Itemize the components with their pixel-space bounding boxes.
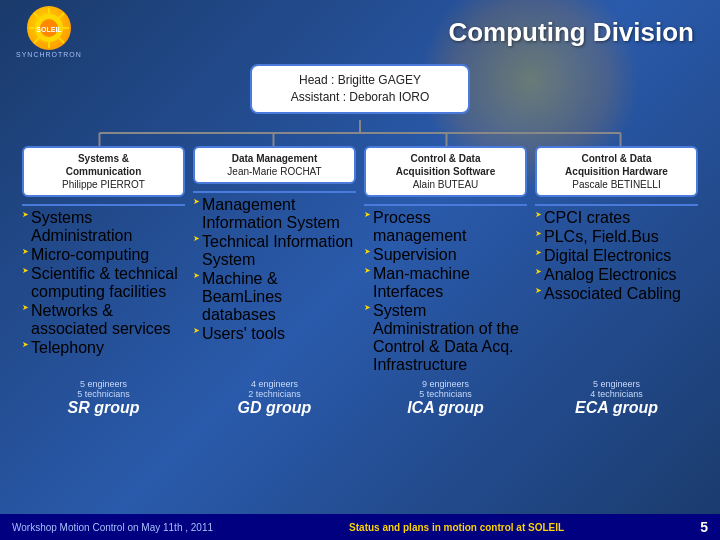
head-line1: Head : Brigitte GAGEY	[299, 73, 421, 87]
dept-cdh-footer: 5 engineers4 technicians ECA group	[535, 375, 698, 417]
dept-cda-header: Control & Data Acquisition Software Alai…	[364, 146, 527, 197]
svg-line-7	[58, 37, 64, 43]
list-item: Analog Electronics	[535, 266, 698, 284]
list-item: Man-machine Interfaces	[364, 265, 527, 301]
logo-sub: SYNCHROTRON	[16, 51, 82, 58]
bottom-bar: Workshop Motion Control on May 11th , 20…	[0, 514, 720, 540]
dept-dm-separator	[193, 191, 356, 193]
dept-sc: Systems & Communication Philippe PIERROT…	[22, 146, 185, 417]
list-item: Scientific & technical computing facilit…	[22, 265, 185, 301]
head-line2: Assistant : Deborah IORO	[291, 90, 430, 104]
logo-svg: SOLEIL	[27, 6, 71, 50]
dept-cdh: Control & Data Acquisition Hardware Pasc…	[535, 146, 698, 417]
dept-cda-items: Process management Supervision Man-machi…	[364, 209, 527, 375]
head-row: Head : Brigitte GAGEY Assistant : Debora…	[12, 64, 708, 146]
list-item: System Administration of the Control & D…	[364, 302, 527, 374]
list-item: PLCs, Field.Bus	[535, 228, 698, 246]
logo-area: SOLEIL SYNCHROTRON	[16, 6, 82, 58]
dept-cdh-header: Control & Data Acquisition Hardware Pasc…	[535, 146, 698, 197]
dept-cda-group: ICA group	[364, 399, 527, 417]
dept-cdh-separator	[535, 204, 698, 206]
list-item: Supervision	[364, 246, 527, 264]
dept-cda: Control & Data Acquisition Software Alai…	[364, 146, 527, 417]
head-box: Head : Brigitte GAGEY Assistant : Debora…	[250, 64, 470, 114]
dept-dm-header: Data Management Jean-Marie ROCHAT	[193, 146, 356, 184]
list-item: Systems Administration	[22, 209, 185, 245]
dept-dm-group: GD group	[193, 399, 356, 417]
bottom-left: Workshop Motion Control on May 11th , 20…	[12, 522, 213, 533]
bottom-center: Status and plans in motion control at SO…	[349, 522, 564, 533]
dept-dm-content: Management Information System Technical …	[193, 196, 356, 417]
departments-row: Systems & Communication Philippe PIERROT…	[12, 146, 708, 417]
list-item: Process management	[364, 209, 527, 245]
dept-cdh-group: ECA group	[535, 399, 698, 417]
dept-cda-content: Process management Supervision Man-machi…	[364, 209, 527, 417]
dept-sc-separator	[22, 204, 185, 206]
bottom-right: 5	[700, 519, 708, 535]
list-item: Technical Information System	[193, 233, 356, 269]
header: SOLEIL SYNCHROTRON Computing Division	[0, 0, 720, 60]
dept-cda-footer: 9 engineers5 technicians ICA group	[364, 375, 527, 417]
page-title: Computing Division	[82, 17, 704, 48]
dept-sc-header: Systems & Communication Philippe PIERROT	[22, 146, 185, 197]
list-item: Users' tools	[193, 325, 356, 343]
dept-sc-content: Systems Administration Micro-computing S…	[22, 209, 185, 417]
list-item: Telephony	[22, 339, 185, 357]
list-item: Machine & BeamLines databases	[193, 270, 356, 324]
dept-sc-group: SR group	[22, 399, 185, 417]
list-item: Micro-computing	[22, 246, 185, 264]
dept-dm-items: Management Information System Technical …	[193, 196, 356, 375]
dept-cda-count: 9 engineers5 technicians	[364, 379, 527, 399]
dept-cdh-count: 5 engineers4 technicians	[535, 379, 698, 399]
svg-line-8	[58, 13, 64, 19]
dept-sc-count: 5 engineers5 technicians	[22, 379, 185, 399]
svg-text:SOLEIL: SOLEIL	[36, 26, 62, 33]
page-content: SOLEIL SYNCHROTRON Computing Division He…	[0, 0, 720, 540]
dept-sc-items: Systems Administration Micro-computing S…	[22, 209, 185, 375]
logo-circle: SOLEIL	[27, 6, 71, 50]
list-item: Associated Cabling	[535, 285, 698, 303]
main-content: Head : Brigitte GAGEY Assistant : Debora…	[0, 60, 720, 514]
dept-dm-footer: 4 engineers2 technicians GD group	[193, 375, 356, 417]
dept-sc-footer: 5 engineers5 technicians SR group	[22, 375, 185, 417]
org-chart: Head : Brigitte GAGEY Assistant : Debora…	[12, 64, 708, 510]
dept-cdh-items: CPCI crates PLCs, Field.Bus Digital Elec…	[535, 209, 698, 375]
dept-dm-count: 4 engineers2 technicians	[193, 379, 356, 399]
list-item: CPCI crates	[535, 209, 698, 227]
list-item: Digital Electronics	[535, 247, 698, 265]
list-item: Networks & associated services	[22, 302, 185, 338]
list-item: Management Information System	[193, 196, 356, 232]
tree-lines-svg	[12, 120, 708, 146]
svg-line-9	[34, 37, 40, 43]
svg-line-6	[34, 13, 40, 19]
dept-cda-separator	[364, 204, 527, 206]
dept-dm: Data Management Jean-Marie ROCHAT Manage…	[193, 146, 356, 417]
dept-cdh-content: CPCI crates PLCs, Field.Bus Digital Elec…	[535, 209, 698, 417]
